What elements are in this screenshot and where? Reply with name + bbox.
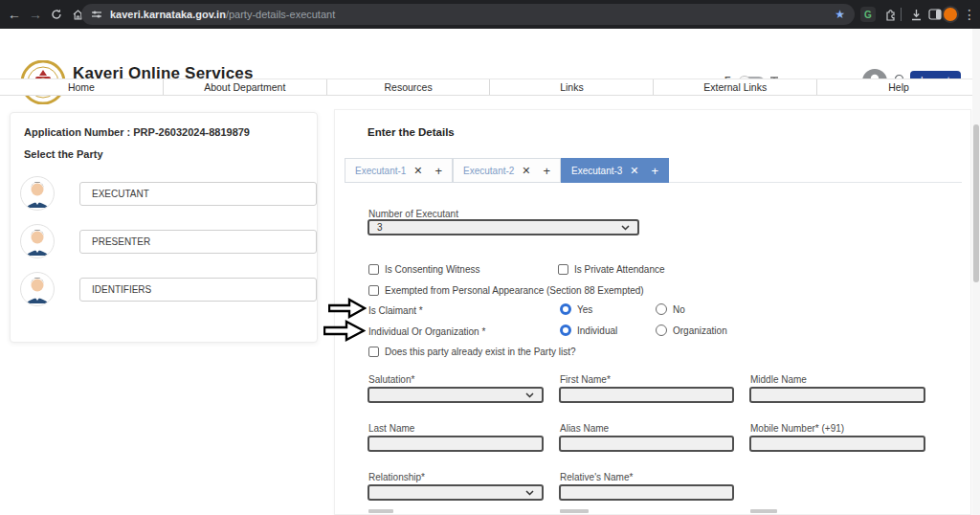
add-tab-icon[interactable]: + xyxy=(434,164,442,178)
tab-label: Executant-3 xyxy=(571,166,622,176)
alias-name-label: Alias Name xyxy=(560,423,609,434)
browser-toolbar: ← → kaveri.karnataka.gov.in/party-detail… xyxy=(0,0,980,29)
page-root: ← → kaveri.karnataka.gov.in/party-detail… xyxy=(0,0,980,515)
middle-name-label: Middle Name xyxy=(750,374,807,385)
browser-profile-avatar[interactable] xyxy=(942,6,959,23)
url-path: /party-details-executant xyxy=(226,9,335,20)
nav-item-home[interactable]: Home xyxy=(0,79,164,95)
close-tab-icon[interactable]: ✕ xyxy=(630,165,638,177)
site-info-icon[interactable] xyxy=(91,9,102,20)
tab-label: Executant-2 xyxy=(463,166,514,176)
chevron-down-icon xyxy=(621,225,630,231)
radio-selected-icon[interactable] xyxy=(560,325,571,336)
forward-icon[interactable]: → xyxy=(25,0,46,29)
party-option-executant[interactable]: EXECUTANT xyxy=(79,182,317,206)
cutoff-text-fragment xyxy=(750,509,777,513)
person-avatar-icon xyxy=(20,224,55,258)
radio-organization[interactable]: Organization xyxy=(656,325,727,336)
party-option-presenter[interactable]: PRESENTER xyxy=(79,230,317,254)
download-icon[interactable] xyxy=(905,0,926,29)
nav-item-help[interactable]: Help xyxy=(817,79,980,95)
tab-executant-1[interactable]: Executant-1 ✕ + xyxy=(345,158,453,183)
checkbox-is-consenting-witness[interactable]: Is Consenting Witness xyxy=(368,264,480,275)
url-domain: kaveri.karnataka.gov.in xyxy=(110,9,226,20)
close-tab-icon[interactable]: ✕ xyxy=(413,165,422,177)
person-avatar-icon xyxy=(20,176,55,211)
cutoff-text-fragment xyxy=(560,509,589,513)
radio-is-claimant-yes[interactable]: Yes xyxy=(560,303,592,315)
select-party-heading: Select the Party xyxy=(24,148,103,160)
radio-label: Yes xyxy=(577,304,592,315)
relatives-name-field[interactable] xyxy=(559,484,734,501)
scrollbar-thumb[interactable] xyxy=(973,124,979,282)
browser-menu-icon[interactable]: ⋮ xyxy=(959,0,980,29)
checkbox-label: Does this party already exist in the Par… xyxy=(385,347,576,357)
chevron-down-icon xyxy=(525,490,534,496)
site-header: Kaveri Online Services Department of Sta… xyxy=(0,29,980,78)
party-row-presenter[interactable]: PRESENTER xyxy=(20,224,309,260)
mobile-number-field[interactable] xyxy=(749,436,925,452)
main-navigation: Home About Department Resources Links Ex… xyxy=(0,78,980,96)
checkbox-label: Is Consenting Witness xyxy=(385,264,480,275)
party-row-identifiers[interactable]: IDENTIFIERS xyxy=(20,272,309,308)
checkbox-icon[interactable] xyxy=(368,285,379,296)
back-icon[interactable]: ← xyxy=(4,0,25,29)
nav-item-external-links[interactable]: External Links xyxy=(654,79,817,95)
add-tab-icon[interactable]: + xyxy=(543,164,550,178)
radio-label: Individual xyxy=(577,325,617,336)
number-of-executant-label: Number of Executant xyxy=(368,209,458,219)
checkbox-label: Is Private Attendance xyxy=(574,264,665,275)
relationship-select[interactable] xyxy=(368,484,544,501)
tab-executant-3[interactable]: Executant-3 ✕ + xyxy=(561,158,669,183)
radio-label: Organization xyxy=(673,325,727,336)
alias-name-field[interactable] xyxy=(559,436,734,452)
last-name-label: Last Name xyxy=(368,423,414,434)
radio-unselected-icon[interactable] xyxy=(656,325,667,336)
radio-individual[interactable]: Individual xyxy=(560,325,617,336)
party-sidebar: Application Number : PRP-26032024-881987… xyxy=(10,112,318,343)
cutoff-text-fragment xyxy=(368,509,393,513)
reload-icon[interactable] xyxy=(46,0,67,29)
close-tab-icon[interactable]: ✕ xyxy=(522,165,530,177)
checkbox-is-private-attendance[interactable]: Is Private Attendance xyxy=(558,264,665,275)
radio-selected-icon[interactable] xyxy=(560,303,571,315)
checkbox-label: Exempted from Personal Appearance (Secti… xyxy=(385,285,644,296)
add-tab-icon[interactable]: + xyxy=(651,164,658,178)
checkbox-icon[interactable] xyxy=(558,264,568,275)
tab-executant-2[interactable]: Executant-2 ✕ + xyxy=(453,158,561,183)
individual-or-organization-label: Individual Or Organization * xyxy=(368,326,485,337)
radio-unselected-icon[interactable] xyxy=(656,303,667,315)
extension-g-icon[interactable]: G xyxy=(860,7,876,22)
number-of-executant-select[interactable]: 3 xyxy=(368,219,639,235)
salutation-label: Salutation* xyxy=(368,374,414,385)
application-number: Application Number : PRP-26032024-881987… xyxy=(24,126,250,138)
nav-item-links[interactable]: Links xyxy=(490,79,654,95)
mobile-number-label: Mobile Number* (+91) xyxy=(750,423,844,434)
first-name-label: First Name* xyxy=(560,374,611,385)
relatives-name-label: Relative's Name* xyxy=(560,472,633,482)
toolbar-divider xyxy=(901,8,902,21)
salutation-select[interactable] xyxy=(368,387,544,403)
enter-details-heading: Enter the Details xyxy=(368,126,455,138)
nav-item-resources[interactable]: Resources xyxy=(327,79,491,95)
last-name-field[interactable] xyxy=(368,436,544,452)
first-name-field[interactable] xyxy=(559,387,734,403)
select-value: 3 xyxy=(377,222,383,233)
url-bar[interactable]: kaveri.karnataka.gov.in/party-details-ex… xyxy=(81,4,855,25)
checkbox-party-already-exists[interactable]: Does this party already exist in the Par… xyxy=(368,347,576,357)
party-option-identifiers[interactable]: IDENTIFIERS xyxy=(79,278,317,302)
bookmark-star-icon[interactable]: ★ xyxy=(835,8,845,21)
person-avatar-icon xyxy=(20,272,55,306)
checkbox-icon[interactable] xyxy=(368,264,379,275)
checkbox-icon[interactable] xyxy=(368,347,379,357)
radio-label: No xyxy=(673,304,685,315)
party-row-executant[interactable]: EXECUTANT xyxy=(20,176,309,213)
tab-label: Executant-1 xyxy=(355,166,406,176)
extensions-icon[interactable] xyxy=(880,0,902,29)
middle-name-field[interactable] xyxy=(749,387,925,403)
nav-item-about-department[interactable]: About Department xyxy=(164,79,327,95)
is-claimant-label: Is Claimant * xyxy=(368,305,423,316)
checkbox-exempted-personal-appearance[interactable]: Exempted from Personal Appearance (Secti… xyxy=(368,285,644,296)
page-scrollbar[interactable] xyxy=(972,29,980,515)
radio-is-claimant-no[interactable]: No xyxy=(656,303,685,315)
